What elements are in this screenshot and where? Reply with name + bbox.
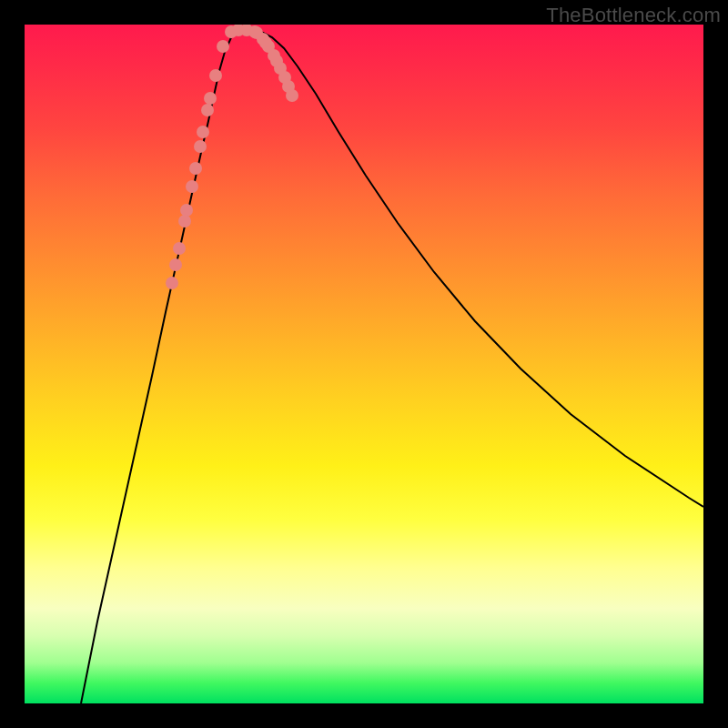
highlight-dot [204,92,217,105]
plot-area [25,25,703,703]
highlight-dot [173,242,186,255]
chart-svg [25,25,703,703]
bottleneck-curve [81,30,703,703]
watermark-text: TheBottleneck.com [546,4,721,27]
highlight-dot [189,162,202,175]
highlight-dot [286,89,298,102]
highlight-dot [201,104,214,116]
highlight-dot [197,126,209,138]
highlight-dot [209,69,222,82]
highlight-dots-group [166,25,298,289]
highlight-dot [186,180,198,193]
highlight-dot [178,215,191,228]
chart-frame: TheBottleneck.com [0,0,728,728]
highlight-dot [169,258,182,271]
highlight-dot [194,140,207,153]
highlight-dot [166,277,178,289]
highlight-dot [180,204,193,217]
highlight-dot [217,40,229,53]
